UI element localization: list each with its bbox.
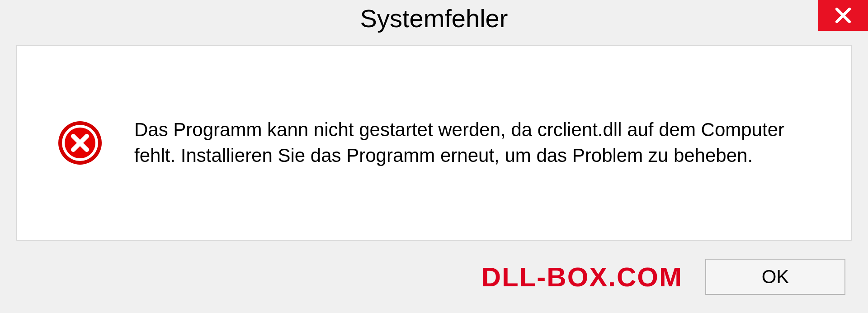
error-message: Das Programm kann nicht gestartet werden… (134, 117, 824, 168)
dialog-footer: DLL-BOX.COM OK (0, 241, 868, 313)
error-dialog: Systemfehler Das Programm kann nicht ges… (0, 0, 868, 313)
error-icon (57, 120, 103, 166)
ok-button[interactable]: OK (705, 259, 845, 295)
title-bar: Systemfehler (0, 0, 868, 41)
close-button[interactable] (818, 0, 868, 31)
close-icon (834, 6, 853, 25)
message-panel: Das Programm kann nicht gestartet werden… (16, 45, 852, 241)
dialog-title: Systemfehler (360, 4, 508, 33)
watermark-text: DLL-BOX.COM (481, 261, 683, 293)
